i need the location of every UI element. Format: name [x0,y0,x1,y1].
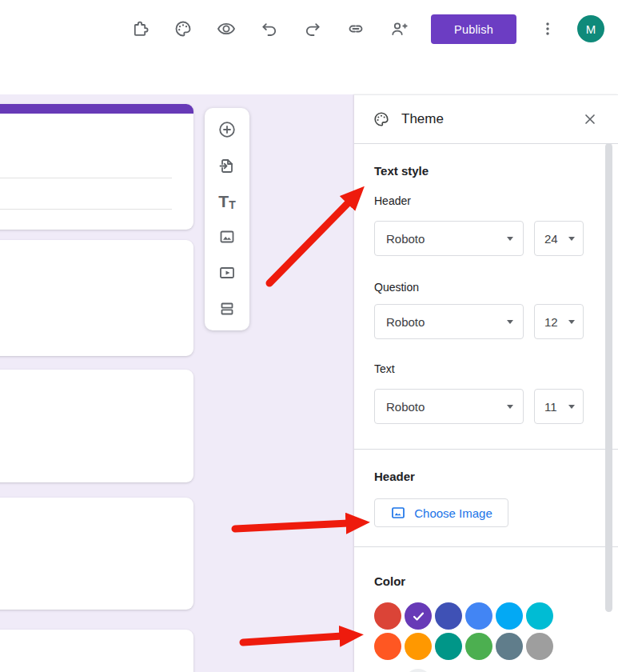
chevron-down-icon [568,320,575,324]
color-swatch[interactable] [405,633,432,660]
add-image-icon[interactable] [217,227,237,246]
question-size-value: 12 [544,315,568,329]
text-font-select[interactable]: Roboto [374,389,524,424]
form-accent-bar [0,104,193,114]
top-bar: Publish M [0,0,618,94]
question-font-select[interactable]: Roboto [374,304,524,339]
header-section-title: Header [374,470,598,483]
add-video-icon[interactable] [217,263,237,282]
add-title-icon[interactable]: TT [217,192,237,211]
color-swatch[interactable] [496,633,523,660]
header-font-select[interactable]: Roboto [374,221,524,256]
close-icon[interactable] [581,110,599,128]
undo-icon[interactable] [260,19,279,38]
chevron-down-icon [568,237,575,241]
chevron-down-icon [507,320,513,324]
publish-button[interactable]: Publish [431,14,516,44]
text-font-label: Text [374,362,598,375]
choose-image-label: Choose Image [414,506,492,520]
copy-link-icon[interactable] [346,19,365,38]
question-card[interactable] [0,370,193,482]
question-card[interactable] [0,630,193,672]
question-card[interactable] [0,498,193,610]
panel-scrollbar-thumb[interactable] [605,143,612,612]
color-swatch[interactable] [496,602,523,630]
choose-image-button[interactable]: Choose Image [374,498,508,527]
account-avatar[interactable]: M [577,15,604,42]
color-swatch-selected[interactable] [405,602,432,630]
color-swatch[interactable] [374,633,401,660]
top-bar-icon-group [130,19,409,38]
check-icon [410,608,427,625]
add-section-icon[interactable] [217,299,237,318]
color-swatch[interactable] [526,602,553,630]
color-swatch[interactable] [435,633,462,660]
form-header-card[interactable] [0,104,193,230]
color-swatch-partial[interactable] [405,669,432,672]
import-questions-icon[interactable] [217,156,237,175]
palette-icon [373,110,390,128]
customize-theme-icon[interactable] [173,19,193,38]
section-divider [354,449,618,450]
chevron-down-icon [568,405,575,409]
color-swatch[interactable] [526,633,553,660]
section-divider [354,546,618,547]
text-size-select[interactable]: 11 [534,389,584,424]
text-style-section-title: Text style [374,164,598,178]
header-size-value: 24 [544,232,568,246]
add-question-icon[interactable] [217,120,237,139]
color-swatch-grid [374,602,553,660]
question-size-select[interactable]: 12 [534,304,584,339]
addons-icon[interactable] [130,19,150,38]
chevron-down-icon [507,237,513,241]
header-font-value: Roboto [386,232,507,246]
form-canvas: TT [0,94,354,672]
kebab-menu-icon[interactable] [538,19,557,38]
chevron-down-icon [507,405,513,409]
add-title-glyph-small: T [229,198,236,211]
color-swatch[interactable] [374,602,401,630]
add-title-glyph-big: T [218,192,229,211]
title-field-underline [0,178,172,178]
question-font-value: Roboto [386,315,507,329]
theme-panel: Theme Text style Header Roboto 24 Questi… [354,94,618,672]
text-size-value: 11 [544,400,568,414]
color-swatch[interactable] [465,633,492,660]
question-toolbar: TT [205,108,249,330]
theme-panel-header: Theme [354,95,618,144]
add-collaborators-icon[interactable] [389,19,409,38]
question-card[interactable] [0,240,193,356]
panel-title: Theme [401,111,581,127]
color-section-title: Color [374,574,598,588]
image-icon [390,505,406,521]
color-swatch[interactable] [435,602,462,630]
preview-icon[interactable] [217,19,236,38]
text-font-value: Roboto [386,400,507,414]
color-swatch[interactable] [465,602,492,630]
redo-icon[interactable] [303,19,322,38]
description-field-underline [0,209,172,210]
header-size-select[interactable]: 24 [534,221,584,256]
question-font-label: Question [374,281,598,294]
header-font-label: Header [374,194,598,207]
